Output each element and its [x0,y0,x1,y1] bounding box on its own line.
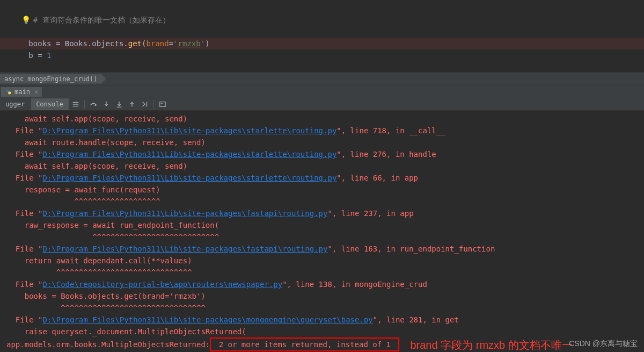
editor-line-code-2: b = 1 [0,49,644,61]
evaluate-expression-icon[interactable] [156,98,169,110]
toolbar-separator [84,100,85,109]
error-line: app.models.orm.books.MultipleObjectsRetu… [6,337,644,351]
traceback-file-link[interactable]: D:\Program Files\Python311\Lib\site-pack… [42,150,336,159]
traceback-file-link[interactable]: D:\Program Files\Python311\Lib\site-pack… [42,245,327,253]
traceback-file-link[interactable]: D:\Program Files\Python311\Lib\site-pack… [42,209,327,218]
debug-toolbar: ugger Console [0,98,644,111]
file-tabs: main × [0,85,644,98]
console-line: ^^^^^^^^^^^^^^^^^^^ [6,196,644,207]
console-line: await route.handle(scope, receive, send) [6,137,644,148]
file-tab-label: main [14,88,30,96]
step-out-icon[interactable] [126,98,138,110]
console-line: raise queryset._document.MultipleObjects… [6,326,644,337]
error-prefix: app.models.orm.books.MultipleObjectsRetu… [6,340,210,349]
console-tab[interactable]: Console [31,98,69,110]
traceback-file-link[interactable]: D:\Code\repository-portal-be\app\routers… [42,280,282,289]
editor-line-code-1: books = Books.objects.get(brand='rmzxb') [0,38,644,49]
intention-bulb-icon[interactable]: 💡 [21,14,30,26]
console-line: File "D:\Program Files\Python311\Lib\sit… [6,243,644,255]
code-editor[interactable]: 💡# 查询符合条件的唯一文档（如果存在） books = Books.objec… [0,0,644,72]
python-file-icon [5,88,12,96]
annotation-text: brand 字段为 rmzxb 的文档不唯一 [410,339,572,351]
breadcrumb-bar: async mongoEngine_crud() [0,72,644,85]
console-line: ^^^^^^^^^^^^^^^^^^^^^^^^^^^^^^^^ [6,302,644,314]
run-to-cursor-icon[interactable] [138,98,151,110]
watermark: CSDN @东离与糖宝 [569,339,638,349]
console-line: return await dependant.call(**values) [6,255,644,267]
console-output[interactable]: await self.app(scope, receive, send) Fil… [0,111,644,352]
step-into-my-icon[interactable] [113,98,126,110]
close-tab-icon[interactable]: × [34,88,38,96]
editor-line-comment: 💡# 查询符合条件的唯一文档（如果存在） [0,2,644,38]
console-line: File "D:\Program Files\Python311\Lib\sit… [6,314,644,326]
error-highlight-box: 2 or more items returned, instead of 1 [210,337,399,351]
console-line: ^^^^^^^^^^^^^^^^^^^^^^^^^^^^^^ [6,267,644,278]
console-line: ^^^^^^^^^^^^^^^^^^^^^^^^^^^^ [6,231,644,243]
step-into-icon[interactable] [100,98,113,110]
console-line: response = await func(request) [6,184,644,196]
toolbar-separator [153,100,154,109]
console-line: File "D:\Program Files\Python311\Lib\sit… [6,172,644,184]
debugger-tab[interactable]: ugger [0,98,31,110]
svg-rect-10 [159,102,165,107]
console-line: File "D:\Program Files\Python311\Lib\sit… [6,125,644,137]
console-line: raw_response = await run_endpoint_functi… [6,219,644,231]
console-line: File "D:\Code\repository-portal-be\app\r… [6,278,644,290]
traceback-file-link[interactable]: D:\Program Files\Python311\Lib\site-pack… [42,126,336,135]
console-line: books = Books.objects.get(brand='rmzxb') [6,290,644,302]
file-tab-main[interactable]: main × [0,87,43,97]
traceback-file-link[interactable]: D:\Program Files\Python311\Lib\site-pack… [42,174,336,182]
svg-point-1 [8,91,11,94]
traceback-file-link[interactable]: D:\Program Files\Python311\Lib\site-pack… [42,315,372,324]
console-line: File "D:\Program Files\Python311\Lib\sit… [6,148,644,160]
step-over-icon[interactable] [87,98,100,110]
toolbar-threads-icon[interactable] [69,98,82,110]
breadcrumb-item[interactable]: async mongoEngine_crud() [0,74,106,84]
console-line: await self.app(scope, receive, send) [6,160,644,172]
console-line: await self.app(scope, receive, send) [6,113,644,125]
console-line: File "D:\Program Files\Python311\Lib\sit… [6,207,644,219]
